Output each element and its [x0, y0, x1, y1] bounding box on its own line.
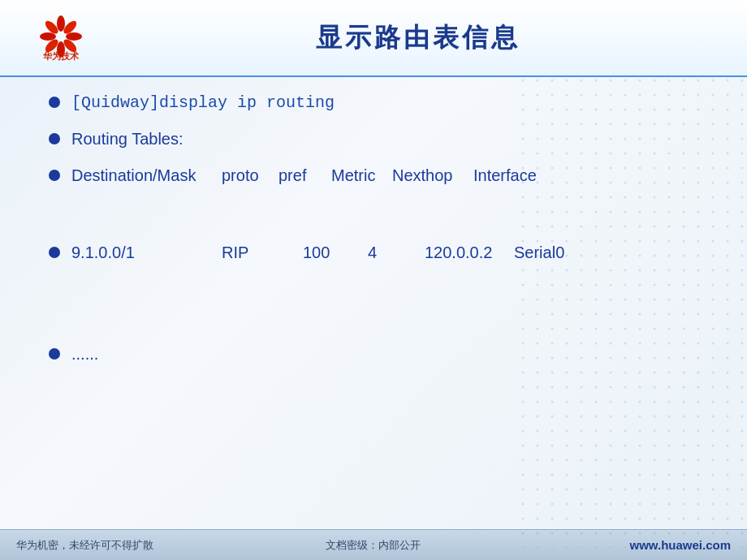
dr-metric: 4 — [368, 243, 425, 262]
svg-point-8 — [40, 32, 56, 41]
spacer-3 — [49, 321, 682, 345]
bullet-text-1: [Quidway]display ip routing — [71, 93, 335, 112]
th-interface: Interface — [473, 166, 555, 185]
huawei-logo: 华为技术 — [28, 14, 93, 62]
ellipsis-item: ...... — [49, 345, 682, 364]
dr-pref: 100 — [303, 243, 368, 262]
main-content: [Quidway]display ip routing Routing Tabl… — [0, 77, 747, 529]
bullet-dot-1 — [49, 97, 60, 108]
bullet-text-2: Routing Tables: — [71, 130, 184, 149]
footer-right-text: www.huawei.com — [493, 538, 731, 552]
data-row-item: 9.1.0.0/1 RIP 100 4 120.0.0.2 Serial0 — [49, 243, 682, 262]
dr-proto: RIP — [222, 243, 303, 262]
slide-title: 显示路由表信息 — [316, 23, 520, 52]
bullet-dot-3 — [49, 170, 60, 181]
bullet-item-2: Routing Tables: — [49, 130, 682, 149]
dr-destination: 9.1.0.0/1 — [71, 243, 222, 262]
bullet-dot-2 — [49, 133, 60, 144]
th-proto: proto — [222, 166, 279, 185]
footer: 华为机密，未经许可不得扩散 文档密级：内部公开 www.huawei.com — [0, 529, 747, 560]
th-metric: Metric — [331, 166, 392, 185]
logo-area: 华为技术 — [16, 14, 106, 62]
dr-nexthop: 120.0.0.2 — [425, 243, 514, 262]
title-area: 显示路由表信息 — [106, 20, 731, 56]
svg-point-2 — [57, 15, 65, 32]
bullet-item-1: [Quidway]display ip routing — [49, 93, 682, 112]
top-bar: 华为技术 显示路由表信息 — [0, 0, 747, 77]
bullet-dot-ellipsis — [49, 348, 60, 360]
th-nexthop: Nexthop — [392, 166, 473, 185]
logo-label: 华为技术 — [42, 51, 80, 61]
ellipsis-text: ...... — [71, 345, 98, 364]
svg-point-4 — [66, 32, 82, 41]
th-pref: pref — [279, 166, 331, 185]
spacer-2 — [49, 280, 682, 321]
bullet-dot-data — [49, 247, 60, 258]
bullet-item-3: Destination/Mask proto pref Metric Nexth… — [49, 166, 682, 185]
footer-center-text: 文档密级：内部公开 — [254, 538, 492, 553]
dr-interface: Serial0 — [514, 243, 579, 262]
th-destination: Destination/Mask — [71, 166, 222, 185]
spacer-1 — [49, 203, 682, 243]
data-row: 9.1.0.0/1 RIP 100 4 120.0.0.2 Serial0 — [71, 243, 579, 262]
table-header-row: Destination/Mask proto pref Metric Nexth… — [71, 166, 555, 185]
slide-container: 华为技术 显示路由表信息 [Quidway]display ip routing… — [0, 0, 747, 560]
footer-left-text: 华为机密，未经许可不得扩散 — [16, 538, 254, 553]
